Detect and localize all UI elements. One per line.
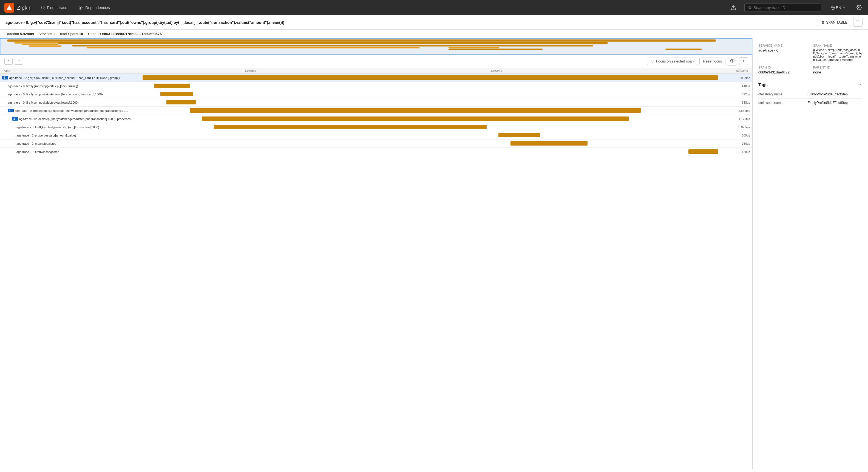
svg-rect-32 [448, 49, 542, 50]
language-button[interactable]: EN [828, 4, 848, 11]
span-left-0: 9 -ags-trace - 0: g.v("cqe72nzmjl").out(… [0, 76, 143, 80]
span-right-3: 338μs [143, 98, 752, 106]
svg-rect-38 [653, 62, 654, 63]
span-row[interactable]: ags-trace - 0: fireflycompositeidstep(ou… [0, 90, 752, 98]
span-row[interactable]: ags-trace - 0: fireflycompositeidstep(ou… [0, 98, 752, 106]
span-bar-container [143, 125, 736, 129]
collapse-tags-icon[interactable] [858, 83, 863, 87]
app-logo-icon [4, 3, 14, 12]
span-row[interactable]: 9 -ags-trace - 0: g.v("cqe72nzmjl").out(… [0, 74, 752, 82]
span-row[interactable]: ags-trace - 0: fireflybatchedgereadstep(… [0, 123, 752, 131]
span-name-label: ags-trace - 0: fireflygraphstep(vertex.p… [8, 85, 78, 88]
settings-button[interactable] [855, 3, 864, 12]
parent-id-col: Parent ID none [813, 66, 863, 74]
span-left-2: ags-trace - 0: fireflycompositeidstep(ou… [0, 93, 143, 96]
span-bar [166, 100, 196, 104]
trace-menu-button[interactable] [853, 18, 863, 27]
trace-title: ags-trace - 0: g.v("cqe72nzmjl").out("ha… [5, 20, 284, 25]
svg-rect-3 [80, 6, 81, 7]
detail-panel: Service name ags-trace - 0 Span name g.v… [753, 38, 868, 469]
find-trace-button[interactable]: Find a trace [38, 4, 70, 11]
app-name: Zipkin [17, 5, 32, 11]
tag-key: otel.scope.name [758, 101, 808, 105]
main-layout: Focus on selected span Reset focus 0ms 1… [0, 38, 868, 469]
trace-id-label: Trace ID eb63111ee047f7bb00821e80eff857f… [88, 32, 163, 36]
span-right-7: 309μs [143, 131, 752, 139]
span-left-9: ags-trace - 0: fireflycachegcstep [0, 150, 143, 154]
span-row[interactable]: 4 -ags-trace - 0: groupstep(id,[localste… [0, 106, 752, 115]
scroll-down-button[interactable] [15, 58, 23, 65]
svg-point-39 [732, 60, 733, 61]
span-left-6: ags-trace - 0: fireflybatchedgereadstep(… [0, 126, 143, 129]
span-duration-label: 309μs [742, 134, 750, 137]
tag-row: otel.library.nameFireflyProfileSideEffec… [758, 90, 863, 99]
trace-id-search-input[interactable] [753, 5, 817, 10]
ruler-t3: 5.928ms [736, 69, 748, 72]
span-duration-label: 338μs [742, 101, 750, 104]
svg-rect-36 [653, 60, 654, 61]
scroll-up-button[interactable] [4, 58, 12, 65]
span-bar-container [143, 117, 736, 121]
tag-value: FireflyProfileSideEffectStep [808, 92, 848, 96]
span-right-2: 372μs [143, 90, 752, 98]
visibility-toggle-button[interactable] [727, 57, 737, 65]
span-table-button[interactable]: SPAN TABLE [817, 19, 851, 26]
span-bar-container [143, 75, 736, 80]
span-right-9: 139μs [143, 148, 752, 156]
trace-meta: Duration 5.928ms Services 1 Total Spans … [0, 30, 868, 38]
span-right-6: 3.077ms [143, 123, 752, 131]
tags-label: Tags [758, 82, 768, 87]
span-left-8: ags-trace - 0: meanglobalstep [0, 142, 143, 145]
svg-rect-29 [72, 45, 593, 46]
reset-focus-button[interactable]: Reset focus [700, 58, 725, 65]
controls-bar: Focus on selected span Reset focus [0, 55, 752, 68]
svg-rect-25 [14, 42, 58, 43]
span-row[interactable]: ags-trace - 0: propertiesstep([amount],v… [0, 131, 752, 139]
span-bar-container [143, 100, 736, 104]
parent-id-label: Parent ID [813, 66, 863, 69]
span-right-1: 418μs [143, 82, 752, 90]
span-id-col: Span ID c6b0e3431dae6c72 [758, 66, 808, 74]
span-collapse-badge[interactable]: 4 - [8, 109, 14, 113]
span-row[interactable]: ags-trace - 0: fireflygraphstep(vertex.p… [0, 82, 752, 90]
span-name-label: ags-trace - 0: fireflycompositeidstep(ou… [8, 93, 103, 96]
total-spans-label: Total Spans 10 [60, 32, 83, 36]
ruler-t2: 3.952ms [491, 69, 502, 72]
trace-overview[interactable] [0, 38, 752, 55]
span-bar [190, 108, 641, 113]
span-bar [202, 117, 629, 121]
upload-button[interactable] [729, 3, 738, 12]
span-name-col: Span name g.v("cqe72nzmjl").out("has_acc… [813, 44, 863, 61]
span-bar-container [143, 149, 736, 154]
service-name-label: Service name [758, 44, 808, 47]
span-collapse-badge[interactable]: 3 - [12, 117, 18, 121]
service-name-col: Service name ags-trace - 0 [758, 44, 808, 61]
trace-id-search-box[interactable] [744, 4, 821, 12]
svg-point-9 [748, 6, 751, 9]
span-bar-container [143, 108, 736, 113]
logo-area: Zipkin [4, 3, 32, 12]
span-duration-label: 372μs [742, 93, 750, 96]
span-left-3: ags-trace - 0: fireflycompositeidstep(ou… [0, 101, 143, 104]
span-collapse-badge[interactable]: 9 - [2, 76, 8, 80]
svg-point-1 [41, 6, 44, 9]
tags-section: Tags otel.library.nameFireflyProfileSide… [758, 79, 863, 107]
span-name-label: ags-trace - 0: g.v("cqe72nzmjl").out("ha… [9, 76, 124, 80]
svg-rect-31 [448, 47, 499, 48]
duration-value: 5.928ms [20, 32, 34, 36]
expand-button[interactable] [739, 57, 748, 65]
span-row[interactable]: 3 -ags-trace - 0: localstep([fireflybatc… [0, 115, 752, 123]
span-right-4: 4.661ms [143, 106, 752, 115]
trace-id-value: eb63111ee047f7bb00821e80eff857f7 [102, 32, 163, 36]
span-row[interactable]: ags-trace - 0: meanglobalstep756μs [0, 139, 752, 148]
span-right-8: 756μs [143, 139, 752, 148]
top-navigation: Zipkin Find a trace Dependencies EN [0, 0, 868, 15]
span-bar-container [143, 141, 736, 146]
span-row[interactable]: ags-trace - 0: fireflycachegcstep139μs [0, 148, 752, 156]
services-value: 1 [53, 32, 55, 36]
span-name-label: ags-trace - 0: fireflybatchedgereadstep(… [17, 126, 99, 129]
dependencies-button[interactable]: Dependencies [76, 4, 113, 11]
tags-container: otel.library.nameFireflyProfileSideEffec… [758, 90, 863, 107]
focus-selected-span-button[interactable]: Focus on selected span [647, 58, 697, 65]
timeline-panel: Focus on selected span Reset focus 0ms 1… [0, 38, 753, 469]
